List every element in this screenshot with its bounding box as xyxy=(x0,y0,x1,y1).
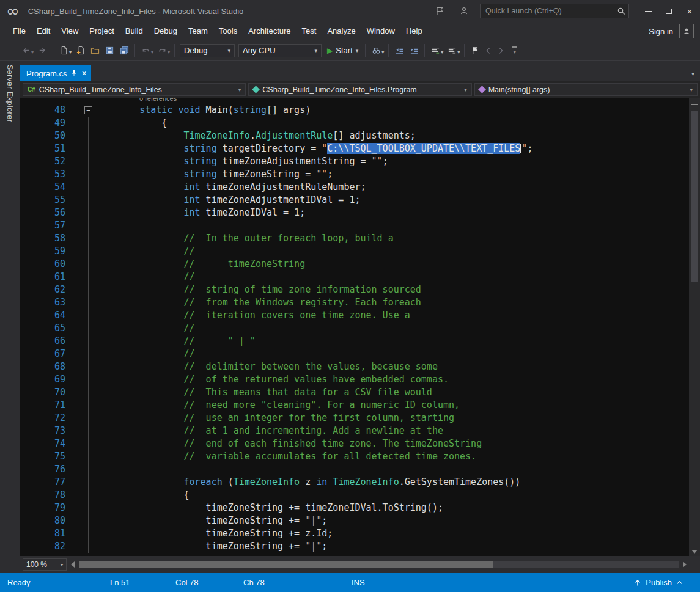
code-line-63[interactable]: 63 // from the Windows registry. Each fo… xyxy=(20,296,689,309)
code-line-82[interactable]: 82 timeZoneString += "|"; xyxy=(20,540,689,553)
next-bookmark-button[interactable] xyxy=(495,43,507,59)
editor-splitter-handle[interactable] xyxy=(691,100,698,106)
menu-item-view[interactable]: View xyxy=(56,22,84,40)
code-line-58[interactable]: 58 // In the outer foreach loop, build a xyxy=(20,232,689,245)
code-line-49[interactable]: 49 { xyxy=(20,117,689,130)
redo-dropdown-icon[interactable]: ▾ xyxy=(168,49,170,55)
code-line-52[interactable]: 52 string timeZoneAdjustmentString = ""; xyxy=(20,155,689,168)
uncomment-dropdown-icon[interactable]: ▾ xyxy=(457,49,460,55)
menu-item-tools[interactable]: Tools xyxy=(213,22,243,40)
menu-item-analyze[interactable]: Analyze xyxy=(322,22,361,40)
code-line-51[interactable]: 51 string targetDirectory = "C:\\TSQL_TO… xyxy=(20,142,689,155)
solution-platform-select[interactable]: Any CPU ▾ xyxy=(238,44,322,57)
code-line-50[interactable]: 50 TimeZoneInfo.AdjustmentRule[] adjustm… xyxy=(20,130,689,142)
code-line-59[interactable]: 59 // xyxy=(20,245,689,258)
vertical-scrollbar[interactable] xyxy=(689,98,700,556)
zoom-level-select[interactable]: 100 % ▾ xyxy=(23,558,67,571)
codelens-references[interactable]: 0 references xyxy=(20,98,689,104)
code-line-55[interactable]: 55 int timeZoneAdjustmentIDVal = 1; xyxy=(20,194,689,206)
code-line-81[interactable]: 81 timeZoneString += z.Id; xyxy=(20,527,689,540)
undo-dropdown-icon[interactable]: ▾ xyxy=(151,49,153,55)
code-line-78[interactable]: 78 { xyxy=(20,489,689,502)
comment-dropdown-icon[interactable]: ▾ xyxy=(441,49,443,55)
feedback-icon[interactable] xyxy=(431,4,448,18)
code-line-48[interactable]: 48− static void Main(string[] args) xyxy=(20,104,689,117)
outdent-button[interactable] xyxy=(392,43,407,59)
menu-item-build[interactable]: Build xyxy=(120,22,149,40)
code-line-65[interactable]: 65 // xyxy=(20,322,689,335)
code-line-73[interactable]: 73 // at 1 and incrementing. Add a newli… xyxy=(20,425,689,437)
navigate-backward-dropdown-icon[interactable]: ▾ xyxy=(31,49,34,55)
fold-collapse-box[interactable]: − xyxy=(65,104,95,117)
vertical-scrollbar-thumb[interactable] xyxy=(691,111,698,282)
search-icon[interactable] xyxy=(617,7,625,15)
user-status-icon[interactable] xyxy=(455,4,473,18)
code-line-57[interactable]: 57 xyxy=(20,219,689,232)
quick-launch-input[interactable] xyxy=(480,4,629,18)
menu-item-architecture[interactable]: Architecture xyxy=(243,22,296,40)
code-line-69[interactable]: 69 // of the returned values have embedd… xyxy=(20,373,689,386)
menu-item-team[interactable]: Team xyxy=(183,22,213,40)
add-new-item-button[interactable] xyxy=(73,43,87,59)
scroll-down-arrow-icon[interactable] xyxy=(691,550,698,554)
menu-item-test[interactable]: Test xyxy=(297,22,322,40)
code-line-71[interactable]: 71 // need more "cleaning". For a numeri… xyxy=(20,399,689,412)
menu-item-help[interactable]: Help xyxy=(400,22,428,40)
code-line-60[interactable]: 60 // timeZoneString xyxy=(20,258,689,271)
sign-in-link[interactable]: Sign in xyxy=(643,27,679,36)
code-line-77[interactable]: 77 foreach (TimeZoneInfo z in TimeZoneIn… xyxy=(20,476,689,489)
code-line-76[interactable]: 76 xyxy=(20,463,689,476)
code-line-56[interactable]: 56 int timeZoneIDVal = 1; xyxy=(20,206,689,219)
start-debugging-button[interactable]: ▶ Start ▾ xyxy=(327,46,358,55)
previous-bookmark-button[interactable] xyxy=(482,43,495,59)
close-icon[interactable]: × xyxy=(81,69,86,78)
menu-item-debug[interactable]: Debug xyxy=(149,22,183,40)
minimize-button[interactable] xyxy=(638,3,658,19)
find-dropdown-icon[interactable]: ▾ xyxy=(381,49,384,55)
new-project-dropdown-icon[interactable]: ▾ xyxy=(69,49,72,55)
line-number: 48 xyxy=(20,104,65,117)
code-line-74[interactable]: 74 // end of each finished time zone. Th… xyxy=(20,437,689,450)
menu-item-window[interactable]: Window xyxy=(361,22,400,40)
type-dropdown[interactable]: CSharp_Build_TimeZone_Info_Files.Program… xyxy=(248,83,471,96)
code-line-64[interactable]: 64 // iteration covers one time zone. Us… xyxy=(20,309,689,322)
menu-item-edit[interactable]: Edit xyxy=(31,22,56,40)
solution-configuration-select[interactable]: Debug ▾ xyxy=(180,44,235,57)
code-line-68[interactable]: 68 // delimiter between the values, beca… xyxy=(20,360,689,373)
horizontal-scrollbar-track[interactable] xyxy=(79,561,679,568)
scroll-left-arrow-icon[interactable] xyxy=(71,561,75,568)
open-file-button[interactable] xyxy=(87,43,102,59)
code-line-66[interactable]: 66 // " | " xyxy=(20,335,689,348)
code-line-79[interactable]: 79 timeZoneString += timeZoneIDVal.ToStr… xyxy=(20,502,689,514)
tab-list-dropdown[interactable]: ▾ xyxy=(691,70,694,77)
horizontal-scrollbar-thumb[interactable] xyxy=(79,561,493,568)
toggle-bookmark-button[interactable] xyxy=(468,43,482,59)
menu-item-project[interactable]: Project xyxy=(84,22,119,40)
code-line-62[interactable]: 62 // string of time zone information so… xyxy=(20,283,689,296)
project-dropdown[interactable]: C# CSharp_Build_TimeZone_Info_Files ▾ xyxy=(23,83,246,96)
account-avatar[interactable] xyxy=(679,24,694,38)
menu-item-file[interactable]: File xyxy=(7,22,31,40)
indent-button[interactable] xyxy=(407,43,421,59)
navigate-forward-button[interactable] xyxy=(35,43,50,59)
save-all-button[interactable] xyxy=(117,43,131,59)
toolbar-overflow-button[interactable]: ▾ xyxy=(512,46,517,55)
tab-program-cs[interactable]: Program.cs × xyxy=(20,65,91,81)
save-button[interactable] xyxy=(102,43,117,59)
maximize-button[interactable] xyxy=(658,3,679,19)
code-line-61[interactable]: 61 // xyxy=(20,271,689,283)
code-line-70[interactable]: 70 // This means that data for a CSV fil… xyxy=(20,386,689,399)
close-button[interactable]: × xyxy=(679,3,700,19)
scroll-right-arrow-icon[interactable] xyxy=(683,561,687,568)
code-line-80[interactable]: 80 timeZoneString += "|"; xyxy=(20,514,689,527)
server-explorer-tab[interactable]: Server Explorer xyxy=(6,65,14,122)
publish-button[interactable]: Publish xyxy=(634,573,683,592)
code-line-75[interactable]: 75 // variable accumulates for all detec… xyxy=(20,450,689,463)
member-dropdown[interactable]: Main(string[] args) ▾ xyxy=(474,83,698,96)
code-line-53[interactable]: 53 string timeZoneString = ""; xyxy=(20,168,689,181)
code-line-67[interactable]: 67 // xyxy=(20,348,689,360)
code-line-72[interactable]: 72 // use an integer for the first colum… xyxy=(20,412,689,425)
code-editor[interactable]: 0 references 48− static void Main(string… xyxy=(20,98,689,556)
code-line-54[interactable]: 54 int timeZoneAdjustmentRuleNumber; xyxy=(20,181,689,194)
pin-icon[interactable] xyxy=(71,70,77,77)
